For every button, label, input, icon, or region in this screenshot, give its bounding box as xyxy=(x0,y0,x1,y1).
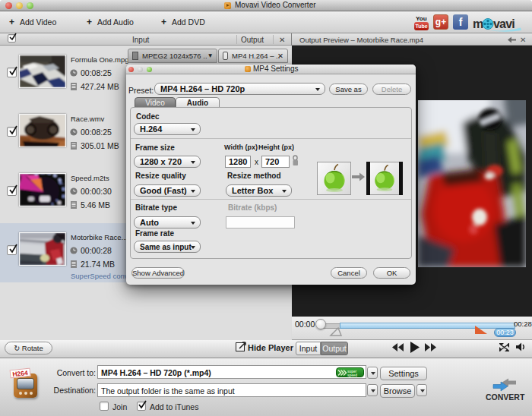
svg-text:vavi: vavi xyxy=(493,17,515,30)
svg-text:speed: speed xyxy=(347,373,357,377)
svg-text:m: m xyxy=(473,17,483,30)
